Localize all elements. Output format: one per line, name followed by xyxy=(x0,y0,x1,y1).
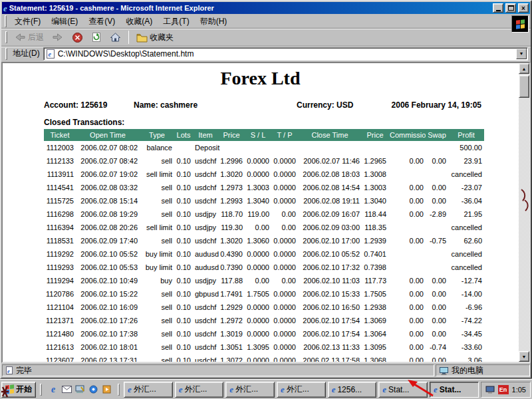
system-tray: En 1:05 xyxy=(481,382,531,398)
media-player-icon[interactable] xyxy=(101,384,112,395)
taskbar-clock[interactable]: 1:05 xyxy=(512,386,526,394)
task-button-7[interactable]: eStat... xyxy=(430,382,479,398)
cell-swap: -2.89 xyxy=(426,207,448,221)
back-button[interactable]: 后退 xyxy=(11,29,47,45)
cell-tp: 0.00 xyxy=(271,221,298,234)
cell-lots: 0.10 xyxy=(174,194,193,207)
forward-button[interactable] xyxy=(49,29,67,45)
ie-icon: e xyxy=(229,385,233,394)
cell-sl xyxy=(245,141,271,154)
cell-open_price: 1.7491 xyxy=(218,287,245,301)
cell-commission: 0.00 xyxy=(388,287,426,301)
windows-flag-icon xyxy=(516,19,525,29)
stop-button[interactable] xyxy=(68,29,86,45)
menu-item-6[interactable]: 帮助(H) xyxy=(196,15,232,29)
ime-language-indicator[interactable]: En xyxy=(498,385,509,394)
cell-profit: 23.91 xyxy=(448,154,484,168)
minimize-button[interactable] xyxy=(493,3,503,13)
cell-swap: 0.00 xyxy=(426,194,448,207)
cell-item: usdchf xyxy=(193,168,218,181)
menu-item-2[interactable]: 编辑(E) xyxy=(47,15,82,29)
scrollbar-thumb[interactable] xyxy=(519,75,529,98)
cell-swap xyxy=(426,168,448,181)
scroll-up-button[interactable]: ▲ xyxy=(519,63,529,74)
task-button-3[interactable]: e外汇... xyxy=(225,382,275,398)
cell-swap: 0.00 xyxy=(426,314,448,327)
start-windows-flag-icon xyxy=(5,384,14,394)
cell-close_time: 2006.02.10 17:32 xyxy=(298,261,362,274)
transaction-row: 11192932006.02.10 05:53buy limit0.10audu… xyxy=(44,261,484,274)
cell-swap xyxy=(426,141,448,154)
cell-close_price xyxy=(362,141,388,154)
task-button-5[interactable]: e1256... xyxy=(328,382,377,398)
cell-open_price: 0.7390 xyxy=(218,261,245,274)
cell-open_time: 2006.02.10 18:01 xyxy=(76,340,140,354)
statement-datetime: 2006 February 14, 19:05 xyxy=(390,100,481,110)
cell-close_time: 2006.02.13 17:58 xyxy=(298,354,362,362)
transaction-row: 11213712006.02.10 17:26sell0.10usdchf1.2… xyxy=(44,314,484,327)
cell-tp: 0.0000 xyxy=(271,181,298,194)
quicklaunch-grip[interactable] xyxy=(40,384,42,396)
maximize-button[interactable] xyxy=(505,3,516,13)
cell-type: balance xyxy=(140,141,174,154)
back-label: 后退 xyxy=(28,32,44,43)
close-button[interactable]: × xyxy=(518,3,529,13)
ie-quicklaunch-icon[interactable]: e xyxy=(48,384,59,395)
menu-grip[interactable] xyxy=(5,15,7,27)
ie-icon: e xyxy=(281,385,285,394)
task-label: 外汇... xyxy=(235,384,258,395)
menu-item-3[interactable]: 查看(V) xyxy=(84,15,120,29)
refresh-button[interactable] xyxy=(88,29,105,45)
channels-icon[interactable] xyxy=(88,384,98,395)
cell-commission: 0.00 xyxy=(388,327,426,340)
start-label: 开始 xyxy=(16,384,32,395)
cell-sl: 1.3040 xyxy=(245,194,271,207)
closed-transactions-label: Closed Transactions: xyxy=(44,118,517,127)
ie-icon: e xyxy=(179,385,183,394)
cell-tp: 0.0000 xyxy=(271,194,298,207)
task-button-4[interactable]: e外汇... xyxy=(277,382,326,398)
browser-viewport: Forex Ltd Account: 125619 Name: cashmere… xyxy=(1,62,531,363)
cell-type: sell xyxy=(140,287,174,301)
cell-tp: 0.0000 xyxy=(271,301,298,314)
cell-close_price: 1.2965 xyxy=(362,154,388,168)
address-value: C:\WINDOWS\Desktop\Statement.htm xyxy=(58,49,513,59)
menu-item-1[interactable]: 文件(F) xyxy=(10,15,45,29)
cell-close_price: 1.7505 xyxy=(362,287,388,301)
toolbar-grip[interactable] xyxy=(5,31,7,43)
cell-tp: 0.0000 xyxy=(271,354,298,362)
home-icon xyxy=(110,32,121,43)
scroll-down-button[interactable]: ▼ xyxy=(519,351,529,362)
outlook-express-icon[interactable] xyxy=(61,384,72,395)
cell-close_time: 2006.02.10 16:50 xyxy=(298,301,362,314)
address-input[interactable]: e C:\WINDOWS\Desktop\Statement.htm ▼ xyxy=(43,47,528,61)
cell-lots: 0.10 xyxy=(174,340,193,354)
tray-monitor-icon[interactable] xyxy=(485,386,495,394)
address-dropdown-button[interactable]: ▼ xyxy=(516,49,527,59)
show-desktop-icon[interactable] xyxy=(74,384,85,395)
start-button[interactable]: 开始 xyxy=(1,382,36,398)
ie-icon: e xyxy=(434,385,438,394)
home-button[interactable] xyxy=(106,29,124,45)
favorites-button[interactable]: 收藏夹 xyxy=(133,29,177,45)
cell-open_price: 1.2972 xyxy=(218,314,245,327)
menu-item-4[interactable]: 收藏(A) xyxy=(121,15,157,29)
cell-lots: 0.10 xyxy=(174,327,193,340)
vertical-scrollbar[interactable]: ▲ ▼ xyxy=(519,63,529,362)
task-button-2[interactable]: e外汇... xyxy=(175,382,224,398)
task-button-1[interactable]: e外汇... xyxy=(124,382,173,398)
cell-item: usdjpy xyxy=(193,274,218,287)
transaction-row: 11145412006.02.08 03:32sell0.10usdchf1.2… xyxy=(44,181,484,194)
task-button-6[interactable]: eStat... xyxy=(378,382,428,398)
column-header-tp: T / P xyxy=(271,129,298,141)
cell-close_time: 2006.02.10 11:03 xyxy=(298,274,362,287)
transaction-row: 11162982006.02.08 19:29sell0.10usdjpy118… xyxy=(44,207,484,221)
cell-sl: 0.0000 xyxy=(245,314,271,327)
menu-item-5[interactable]: 工具(T) xyxy=(158,15,194,29)
tasks-grip[interactable] xyxy=(118,384,120,396)
cell-close_price: 0.7398 xyxy=(362,261,388,274)
addressbar-grip[interactable] xyxy=(5,48,7,60)
status-pane: e 完毕 xyxy=(2,364,434,376)
cell-type: buy limit xyxy=(140,247,174,261)
cell-type: buy xyxy=(140,274,174,287)
